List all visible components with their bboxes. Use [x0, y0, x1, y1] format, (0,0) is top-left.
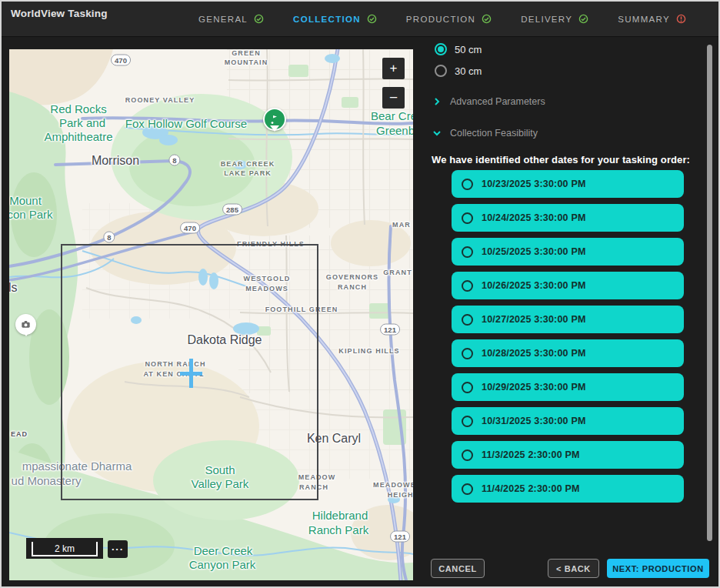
route-shield: 8	[103, 232, 115, 243]
tab-summary[interactable]: SUMMARY	[618, 14, 686, 24]
section-list: Advanced ParametersCollection Feasibilit…	[433, 94, 545, 141]
check-icon	[482, 14, 492, 24]
zoom-out-button[interactable]: −	[382, 87, 405, 109]
next-production-button[interactable]: NEXT: PRODUCTION	[607, 559, 709, 578]
map-label: LAKE PARK	[224, 169, 272, 177]
app-title: WorldView Tasking	[11, 8, 108, 19]
map-scale-bar: 2 km	[26, 538, 103, 559]
map-label: GREEN	[232, 49, 261, 57]
resolution-option-50cm[interactable]: 50 cm	[435, 38, 482, 60]
map-label: Canyon Park	[189, 558, 256, 571]
resolution-label: 50 cm	[455, 44, 482, 55]
tab-production[interactable]: PRODUCTION	[406, 14, 492, 24]
tab-delivery[interactable]: DELIVERY	[521, 14, 588, 24]
cancel-button[interactable]: CANCEL	[431, 559, 485, 578]
route-shield: 121	[390, 531, 410, 543]
tab-collection[interactable]: COLLECTION	[293, 14, 377, 24]
map-label: Red Rocks	[50, 102, 106, 115]
map-label: GOVERNORS	[326, 273, 378, 281]
section-collection-feasibility[interactable]: Collection Feasibility	[433, 125, 545, 141]
date-option-label: 11/3/2025 2:30:00 PM	[482, 449, 580, 460]
route-shield: 470	[111, 55, 131, 66]
radio-unselected-icon	[462, 449, 473, 461]
check-icon	[254, 14, 264, 24]
radio-unselected-icon	[435, 65, 447, 77]
route-shield: 285	[222, 204, 242, 215]
date-option-label: 11/4/2025 2:30:00 PM	[482, 483, 580, 494]
map-label: HEIGHT	[388, 491, 413, 499]
radio-unselected-icon	[462, 314, 473, 326]
radio-selected-icon	[435, 43, 447, 55]
date-option-button[interactable]: 11/3/2025 2:30:00 PM	[452, 441, 684, 469]
radio-unselected-icon	[462, 348, 473, 359]
map-more-options-button[interactable]: ···	[108, 540, 128, 558]
check-icon	[367, 14, 377, 24]
map-label: Bear Cre	[371, 109, 413, 122]
date-option-button[interactable]: 10/27/2025 3:30:00 PM	[452, 306, 684, 333]
tab-label: PRODUCTION	[406, 15, 475, 24]
map-canvas[interactable]: GREENMOUNTAINROONEY VALLEYRed RocksPark …	[9, 49, 413, 580]
app-window: WorldView Tasking GENERALCOLLECTIONPRODU…	[0, 0, 720, 588]
zoom-in-button[interactable]: +	[382, 58, 405, 79]
resolution-option-30cm[interactable]: 30 cm	[435, 60, 482, 82]
radio-unselected-icon	[462, 246, 473, 258]
tab-label: SUMMARY	[618, 15, 670, 24]
map-label: MAR	[392, 221, 411, 229]
map-label: lls	[9, 281, 18, 295]
route-shield: 470	[180, 222, 200, 234]
radio-unselected-icon	[462, 483, 473, 495]
section-label: Advanced Parameters	[450, 96, 545, 107]
chevron-right-icon	[433, 98, 441, 105]
section-advanced-parameters[interactable]: Advanced Parameters	[433, 94, 545, 109]
map-label: Mount	[9, 194, 42, 207]
date-option-button[interactable]: 10/29/2025 3:30:00 PM	[452, 373, 684, 401]
route-shield: 8	[168, 155, 180, 166]
resolution-label: 30 cm	[455, 65, 482, 77]
date-option-label: 10/24/2025 3:30:00 PM	[482, 212, 586, 223]
date-option-button[interactable]: 10/26/2025 3:30:00 PM	[452, 272, 684, 299]
date-option-label: 10/25/2025 3:30:00 PM	[482, 246, 586, 257]
nav-tab-list: GENERALCOLLECTIONPRODUCTIONDELIVERYSUMMA…	[198, 2, 686, 36]
scale-label: 2 km	[32, 542, 98, 556]
map-label: Park and	[59, 116, 105, 129]
map-label: Fox Hollow Golf Course	[125, 117, 247, 130]
map-label: RANCH	[338, 283, 367, 291]
error-icon	[676, 14, 686, 24]
date-option-button[interactable]: 10/23/2025 3:30:00 PM	[452, 170, 684, 198]
panel-scrollbar[interactable]	[707, 45, 712, 541]
date-option-button[interactable]: 11/4/2025 2:30:00 PM	[452, 475, 684, 503]
map-label: Hildebrand	[312, 509, 368, 522]
golf-course-marker[interactable]	[263, 108, 286, 131]
feasibility-heading: We have identified other dates for your …	[432, 154, 690, 165]
back-button[interactable]: < BACK	[548, 559, 599, 578]
date-option-label: 10/26/2025 3:30:00 PM	[482, 280, 586, 291]
date-option-button[interactable]: 10/24/2025 3:30:00 PM	[452, 204, 684, 232]
radio-unselected-icon	[462, 280, 473, 292]
map-label: Amphitheatre	[44, 130, 112, 143]
map-label: Ranch Park	[308, 523, 368, 536]
date-option-label: 10/29/2025 3:30:00 PM	[482, 382, 586, 393]
date-option-label: 10/28/2025 3:30:00 PM	[482, 348, 586, 359]
map-label: MEADOWBR	[373, 481, 413, 489]
chevron-down-icon	[433, 129, 441, 137]
photo-marker[interactable]	[15, 314, 36, 335]
check-icon	[578, 14, 588, 24]
date-option-button[interactable]: 10/31/2025 3:30:00 PM	[452, 407, 684, 435]
date-options-list: 10/23/2025 3:30:00 PM10/24/2025 3:30:00 …	[452, 170, 684, 503]
map-label: con Park	[9, 208, 53, 221]
date-option-button[interactable]: 10/25/2025 3:30:00 PM	[452, 238, 684, 266]
camera-icon	[20, 319, 32, 330]
date-option-button[interactable]: 10/28/2025 3:30:00 PM	[452, 339, 684, 367]
map-label: Greenb	[376, 124, 413, 137]
radio-unselected-icon	[462, 212, 473, 224]
tab-general[interactable]: GENERAL	[198, 14, 264, 24]
map-label: Morrison	[92, 154, 139, 168]
route-shield: 121	[380, 324, 400, 336]
date-option-label: 10/23/2025 3:30:00 PM	[482, 179, 586, 189]
map-label: EAD	[11, 430, 28, 438]
map-label: MOUNTAIN	[225, 58, 268, 66]
date-option-label: 10/27/2025 3:30:00 PM	[482, 314, 586, 325]
section-label: Collection Feasibility	[450, 128, 538, 139]
radio-unselected-icon	[462, 382, 473, 393]
map-label: BEAR CREEK	[221, 160, 275, 168]
